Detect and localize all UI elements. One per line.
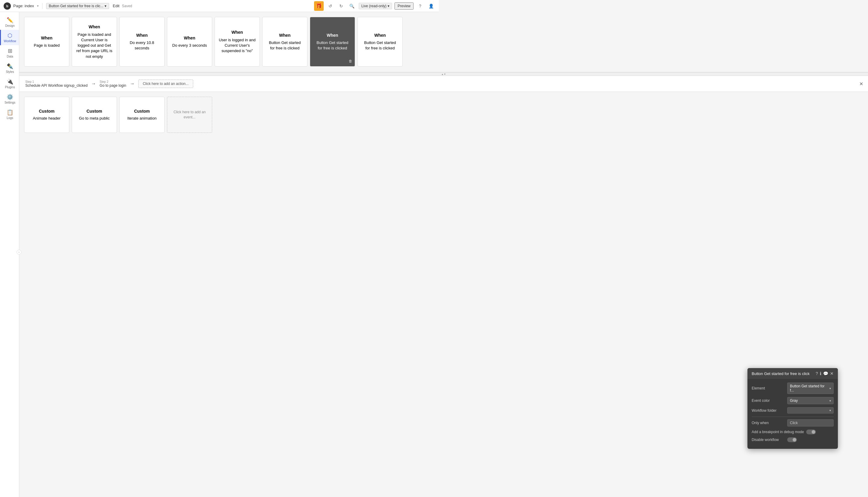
resize-handle[interactable] (19, 72, 439, 76)
topbar: b Page: index ▾ Button Get started for f… (0, 0, 439, 12)
workflow-card-4[interactable]: When User is logged in and Current User'… (214, 17, 260, 67)
workflow-card-0[interactable]: When Page is loaded (24, 17, 69, 67)
card-6-delete-icon[interactable]: 🗑 (349, 59, 352, 64)
redo-icon[interactable]: ↻ (337, 2, 346, 10)
sidebar-item-data[interactable]: ⊞ Data (0, 45, 19, 60)
styles-icon: ✒️ (6, 63, 13, 70)
help-icon[interactable]: ? (416, 2, 424, 10)
sidebar-design-label: Design (5, 24, 14, 27)
event-card-1[interactable]: Custom Go to meta public (72, 97, 117, 133)
card-0-when: When (41, 35, 53, 41)
event-1-name: Go to meta public (79, 116, 110, 121)
card-5-desc: Button Get started for free is clicked (266, 40, 304, 51)
card-4-desc: User is logged in and Current User's sus… (219, 37, 256, 54)
card-1-when: When (88, 24, 100, 30)
step-2-label: Step 2 (100, 80, 126, 83)
step-2[interactable]: Step 2 Go to page login (100, 80, 126, 88)
live-dropdown-arrow: ▾ (388, 4, 389, 8)
sidebar-item-design[interactable]: ✏️ Design (0, 14, 19, 30)
data-icon: ⊞ (8, 47, 12, 54)
sidebar-item-workflow[interactable]: ⬡ Workflow (0, 30, 19, 45)
sidebar-data-label: Data (6, 55, 13, 58)
sidebar-workflow-label: Workflow (4, 40, 16, 43)
plugins-icon: 🔌 (6, 78, 13, 85)
step-arrow-2: → (130, 81, 135, 86)
sidebar-item-settings[interactable]: ⚙️ Settings (0, 91, 19, 106)
edit-label: Edit (113, 4, 120, 8)
card-7-when: When (374, 32, 386, 39)
workflow-icon: ⬡ (8, 32, 12, 39)
live-button[interactable]: Live (read-only) ▾ (359, 3, 392, 9)
sidebar: ✏️ Design ⬡ Workflow ⊞ Data ✒️ Styles 🔌 … (0, 12, 19, 248)
card-7-desc: Button Get started for free is clicked (361, 40, 399, 51)
sidebar-plugins-label: Plugins (5, 86, 15, 89)
events-area: Custom Animate header Custom Go to meta … (19, 92, 439, 138)
sidebar-item-logs[interactable]: 📋 Logs (0, 106, 19, 122)
event-2-name: Iterate animation (127, 116, 157, 121)
workflow-card-6[interactable]: When Button Get started for free is clic… (310, 17, 355, 67)
add-action-button[interactable]: Click here to add an action... (138, 80, 193, 88)
workflow-card-3[interactable]: When Do every 3 seconds (167, 17, 212, 67)
page-dropdown-arrow[interactable]: ▾ (37, 4, 39, 8)
workflow-cards-area: When Page is loaded When Page is loaded … (19, 12, 439, 72)
breadcrumb-button[interactable]: Button Get started for free is clic... ▾ (46, 3, 109, 9)
event-0-name: Animate header (33, 116, 60, 121)
event-card-2[interactable]: Custom Iterate animation (120, 97, 165, 133)
account-icon[interactable]: 👤 (427, 2, 435, 10)
add-event-label: Click here to add an event... (171, 110, 208, 120)
page-name: Page: index (13, 4, 34, 8)
workflow-card-5[interactable]: When Button Get started for free is clic… (262, 17, 307, 67)
card-6-desc: Button Get started for free is clicked (314, 40, 351, 51)
preview-button[interactable]: Preview (394, 2, 414, 10)
event-0-type: Custom (39, 109, 55, 114)
undo-icon[interactable]: ↺ (326, 2, 335, 10)
step-2-name: Go to page login (100, 83, 126, 88)
gift-icon[interactable]: 🎁 (314, 1, 324, 11)
event-card-0[interactable]: Custom Animate header (24, 97, 69, 133)
sidebar-logs-label: Logs (6, 116, 13, 119)
sidebar-styles-label: Styles (6, 70, 14, 73)
app-logo: b (4, 2, 11, 10)
card-3-desc: Do every 3 seconds (172, 43, 207, 48)
sidebar-settings-label: Settings (4, 101, 15, 104)
workflow-card-1[interactable]: When Page is loaded and Current User is … (72, 17, 117, 67)
event-2-type: Custom (134, 109, 150, 114)
step-1[interactable]: Step 1 Schedule API Workflow signup_clic… (25, 80, 88, 88)
step-1-label: Step 1 (25, 80, 88, 83)
card-6-when: When (327, 32, 338, 39)
card-5-when: When (279, 32, 291, 39)
step-arrow-1: → (91, 81, 96, 86)
workflow-card-7[interactable]: When Button Get started for free is clic… (358, 17, 403, 67)
step-1-name: Schedule API Workflow signup_clicked (25, 83, 88, 88)
card-2-desc: Do every 10.8 seconds (123, 40, 160, 51)
sidebar-item-plugins[interactable]: 🔌 Plugins (0, 76, 19, 91)
sidebar-item-styles[interactable]: ✒️ Styles (0, 60, 19, 76)
logs-icon: 📋 (6, 109, 13, 116)
main-content: When Page is loaded When Page is loaded … (19, 12, 439, 248)
settings-icon: ⚙️ (6, 94, 13, 100)
saved-status: Saved (122, 4, 132, 8)
workflow-card-2[interactable]: When Do every 10.8 seconds (120, 17, 165, 67)
card-1-desc: Page is loaded and Current User is logge… (76, 32, 113, 59)
event-1-type: Custom (86, 109, 102, 114)
breadcrumb-arrow: ▾ (104, 4, 107, 8)
search-icon[interactable]: 🔍 (348, 2, 356, 10)
steps-bar: Step 1 Schedule API Workflow signup_clic… (19, 76, 439, 92)
card-4-when: When (232, 29, 243, 36)
card-0-desc: Page is loaded (34, 43, 60, 48)
card-3-when: When (184, 35, 195, 41)
card-2-when: When (136, 32, 148, 39)
add-event-card[interactable]: Click here to add an event... (167, 97, 212, 133)
design-icon: ✏️ (6, 17, 13, 24)
